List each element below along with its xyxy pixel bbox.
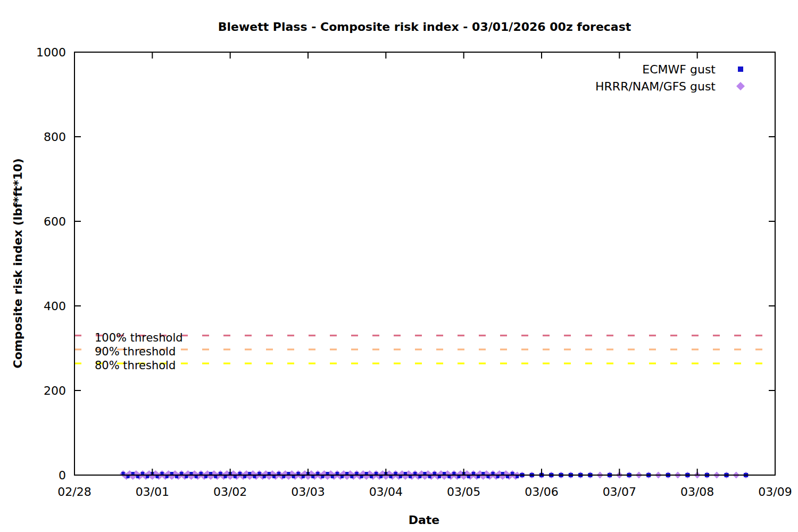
x-tick-label: 03/05 bbox=[447, 485, 480, 498]
threshold-label: 90% threshold bbox=[95, 345, 176, 358]
legend-label: ECMWF gust bbox=[642, 63, 716, 76]
x-tick-label: 03/07 bbox=[603, 485, 636, 498]
plot-border bbox=[74, 52, 775, 475]
x-tick-label: 03/03 bbox=[291, 485, 325, 498]
plot-svg: 02/2803/0103/0203/0303/0403/0503/0603/07… bbox=[0, 0, 798, 532]
y-tick-label: 400 bbox=[44, 300, 66, 313]
x-tick-label: 03/04 bbox=[369, 485, 403, 498]
x-tick-label: 02/28 bbox=[57, 485, 91, 498]
x-tick-label: 03/09 bbox=[758, 485, 792, 498]
chart-root: Blewett Plass - Composite risk index - 0… bbox=[0, 0, 798, 532]
data-point-marker bbox=[736, 82, 745, 90]
threshold-label: 100% threshold bbox=[95, 331, 183, 344]
y-tick-label: 200 bbox=[44, 384, 66, 397]
y-tick-label: 0 bbox=[59, 469, 66, 482]
x-tick-label: 03/02 bbox=[213, 485, 247, 498]
threshold-label: 80% threshold bbox=[95, 359, 176, 372]
x-tick-label: 03/08 bbox=[680, 485, 714, 498]
x-tick-label: 03/06 bbox=[525, 485, 558, 498]
x-tick-label: 03/01 bbox=[136, 485, 169, 498]
data-point-marker bbox=[738, 66, 743, 72]
y-tick-label: 600 bbox=[44, 215, 66, 228]
y-tick-label: 800 bbox=[44, 130, 66, 144]
legend-label: HRRR/NAM/GFS gust bbox=[595, 80, 716, 93]
y-tick-label: 1000 bbox=[36, 46, 66, 59]
